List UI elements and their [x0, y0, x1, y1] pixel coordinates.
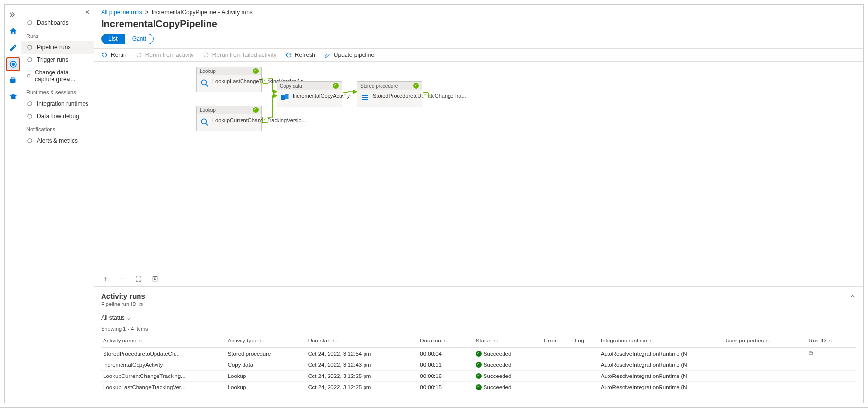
app-root: DashboardsRunsPipeline runsTrigger runsC… [4, 4, 864, 403]
activity-runs-section: Activity runs Pipeline run ID ⧉ All stat… [94, 287, 863, 403]
col-user-properties[interactable]: User properties↑↓ [724, 335, 807, 348]
col-log: Log [573, 335, 599, 348]
toolbar: Rerun Rerun from activity Rerun from fai… [94, 48, 863, 62]
table-row[interactable]: IncrementalCopyActivityCopy dataOct 24, … [101, 359, 856, 371]
rail-home[interactable] [6, 24, 20, 38]
output-port[interactable] [423, 92, 429, 98]
sidebar-item-icon [26, 100, 33, 107]
svg-point-5 [28, 45, 32, 49]
col-label: Run start [308, 338, 331, 343]
svg-rect-19 [154, 278, 156, 280]
reset-zoom-icon[interactable] [151, 274, 159, 283]
col-error: Error [542, 335, 573, 348]
refresh-button[interactable]: Refresh [285, 52, 315, 58]
sidebar-item-trigger-runs[interactable]: Trigger runs [21, 54, 94, 66]
sidebar-item-change-data-capture-previ[interactable]: Change data capture (previ... [21, 66, 94, 86]
cell-run-id: ⧉ [807, 348, 856, 359]
collapse-activity-runs-icon[interactable] [850, 293, 856, 301]
col-duration[interactable]: Duration↑↓ [418, 335, 474, 348]
refresh-label: Refresh [295, 52, 315, 58]
sort-icon: ↑↓ [649, 338, 654, 343]
svg-rect-17 [362, 99, 368, 101]
main: All pipeline runs > IncrementalCopyPipel… [94, 5, 863, 403]
rail-expand-icon[interactable] [6, 8, 20, 21]
cell-integration-runtime: AutoResolveIntegrationRuntime (N [599, 359, 724, 371]
rail-manage[interactable] [6, 74, 20, 88]
update-pipeline-button[interactable]: Update pipeline [324, 52, 374, 58]
chevron-down-icon: ⌄ [126, 314, 131, 321]
sidebar-item-icon [26, 56, 33, 63]
sidebar-item-label: Change data capture (previ... [35, 69, 89, 83]
copy-run-id-icon[interactable]: ⧉ [139, 301, 143, 307]
sidebar: DashboardsRunsPipeline runsTrigger runsC… [21, 5, 94, 403]
output-port[interactable] [262, 78, 268, 84]
cell-activity-type: Copy data [226, 359, 306, 371]
svg-point-10 [28, 139, 32, 143]
svg-rect-13 [281, 95, 285, 100]
sidebar-item-alerts-metrics[interactable]: Alerts & metrics [21, 134, 94, 147]
cell-log [573, 382, 599, 393]
table-row[interactable]: LookupCurrentChangeTracking...LookupOct … [101, 371, 856, 382]
rail-monitor[interactable] [6, 57, 20, 71]
rerun-from-activity-button: Rerun from activity [136, 52, 194, 58]
table-row[interactable]: StoredProceduretoUpdateCh...Stored proce… [101, 348, 856, 359]
col-run-start[interactable]: Run start↑↓ [306, 335, 418, 348]
cell-run-id [807, 371, 856, 382]
sidebar-collapse-icon[interactable] [21, 8, 94, 17]
lookup-icon [200, 78, 209, 89]
cell-duration: 00:00:15 [418, 382, 474, 393]
col-status[interactable]: Status↑↓ [474, 335, 542, 348]
rail-learn[interactable] [6, 90, 20, 104]
cell-activity-name: LookupLastChangeTrackingVer... [101, 382, 226, 393]
rerun-button[interactable]: Rerun [101, 52, 127, 58]
cell-status: Succeeded [474, 359, 542, 371]
cell-error [542, 371, 573, 382]
sidebar-item-icon [26, 113, 33, 120]
node-name: LookupCurrentChangeTrackingVersio... [212, 117, 306, 124]
sidebar-item-data-flow-debug[interactable]: Data flow debug [21, 110, 94, 123]
output-port[interactable] [262, 117, 268, 123]
breadcrumb: All pipeline runs > IncrementalCopyPipel… [94, 5, 863, 16]
node-name: IncrementalCopyActivity [293, 93, 350, 99]
rail-author[interactable] [6, 41, 20, 54]
breadcrumb-root[interactable]: All pipeline runs [101, 9, 142, 16]
sidebar-item-label: Integration runtimes [37, 100, 88, 107]
sort-icon: ↑↓ [260, 338, 264, 343]
cell-log [573, 371, 599, 382]
col-activity-name[interactable]: Activity name↑↓ [101, 335, 226, 348]
pill-list[interactable]: List [101, 34, 125, 44]
svg-point-9 [28, 114, 32, 118]
success-icon [476, 351, 482, 357]
node-n2[interactable]: LookupLookupCurrentChangeTrackingVersio.… [196, 106, 262, 131]
col-run-id[interactable]: Run ID↑↓ [807, 335, 856, 348]
table-row[interactable]: LookupLastChangeTrackingVer...LookupOct … [101, 382, 856, 393]
sidebar-item-integration-runtimes[interactable]: Integration runtimes [21, 97, 94, 110]
sort-icon: ↑↓ [765, 338, 770, 343]
cell-user-properties [724, 371, 807, 382]
status-filter[interactable]: All status ⌄ [101, 312, 856, 326]
fit-icon[interactable] [134, 274, 143, 283]
sidebar-group-label: Runs [21, 29, 94, 41]
col-integration-runtime[interactable]: Integration runtime↑↓ [599, 335, 724, 348]
sidebar-item-label: Trigger runs [37, 56, 68, 63]
col-label: Activity name [103, 338, 136, 343]
node-kind: Stored procedure [360, 83, 398, 89]
output-port[interactable] [343, 92, 348, 98]
col-label: Integration runtime [601, 338, 647, 343]
node-n4[interactable]: Stored procedureStoredProceduretoUpdateC… [357, 81, 422, 107]
sidebar-item-dashboards[interactable]: Dashboards [21, 17, 94, 29]
svg-point-7 [27, 74, 30, 77]
node-n1[interactable]: LookupLookupLastChangeTrackingVersionAc.… [196, 67, 262, 92]
svg-point-4 [28, 21, 32, 25]
zoom-out-icon[interactable]: － [118, 274, 126, 283]
col-activity-type[interactable]: Activity type↑↓ [226, 335, 306, 348]
node-n3[interactable]: Copy dataIncrementalCopyActivity [277, 81, 342, 107]
zoom-in-icon[interactable]: ＋ [101, 274, 110, 283]
rerun-from-failed-button: Rerun from failed activity [203, 52, 277, 58]
sort-icon: ↑↓ [493, 338, 498, 343]
sidebar-item-pipeline-runs[interactable]: Pipeline runs [21, 41, 94, 54]
pill-gantt[interactable]: Gantt [125, 34, 154, 44]
svg-point-6 [28, 58, 32, 62]
pipeline-canvas[interactable]: LookupLookupLastChangeTrackingVersionAc.… [94, 62, 863, 271]
run-id-icon[interactable]: ⧉ [809, 350, 813, 356]
